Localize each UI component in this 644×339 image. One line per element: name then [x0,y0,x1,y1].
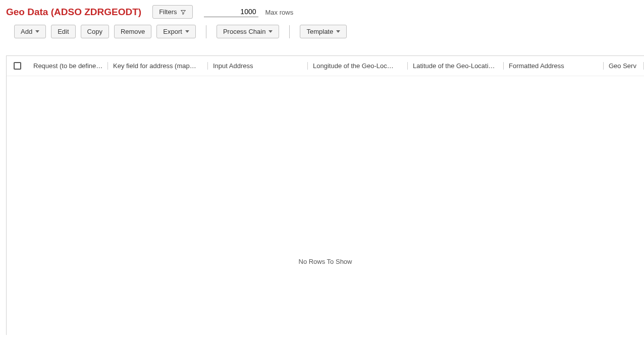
maxrows-label: Max rows [265,9,294,17]
caret-down-icon [35,30,39,33]
edit-button[interactable]: Edit [51,25,75,38]
column-header[interactable]: Key field for address (map… [108,62,208,70]
data-grid: Request (to be defined by …Key field for… [6,55,644,335]
page-title: Geo Data (ADSO ZDRGEODT) [6,7,141,18]
caret-down-icon [336,30,340,33]
column-header[interactable]: Formatted Address [504,62,604,70]
export-button[interactable]: Export [156,25,196,38]
filter-icon [180,9,186,15]
remove-button[interactable]: Remove [114,25,151,38]
template-button[interactable]: Template [300,25,347,38]
process-chain-button[interactable]: Process Chain [217,25,280,38]
filters-button[interactable]: Filters [152,5,192,19]
empty-rows-message: No Rows To Show [7,258,644,265]
toolbar-separator [289,25,290,38]
grid-header-row: Request (to be defined by …Key field for… [7,56,644,76]
caret-down-icon [269,30,273,33]
column-header[interactable]: Request (to be defined by … [28,62,108,70]
select-all-cell [7,62,28,70]
column-header[interactable]: Latitude of the Geo-Locati… [408,62,504,70]
column-header[interactable]: Geo Serv [604,62,644,70]
select-all-checkbox[interactable] [14,62,21,70]
column-header[interactable]: Longitude of the Geo-Loc… [308,62,408,70]
add-button[interactable]: Add [14,25,46,38]
copy-button[interactable]: Copy [81,25,109,38]
toolbar-separator [206,25,206,38]
caret-down-icon [185,30,189,33]
column-header[interactable]: Input Address [208,62,308,70]
filters-label: Filters [159,9,177,15]
maxrows-input[interactable] [204,7,258,17]
